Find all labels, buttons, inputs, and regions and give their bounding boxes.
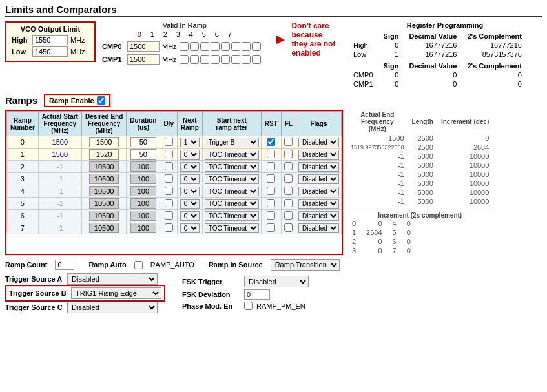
cmp0-cb7[interactable] [252,42,261,51]
cmp1-cb2[interactable] [200,55,209,64]
cmp0-cb3[interactable] [211,42,220,51]
vco-box: VCO Output Limit High MHz Low MHz [5,21,96,62]
cmp0-cb0[interactable] [180,42,189,51]
ramp-0-dly-cb[interactable] [165,138,173,146]
ramp-7-fl[interactable] [284,223,293,232]
ramp-3-dur-input[interactable] [130,174,156,184]
ramp-6-flags[interactable]: Disabled [298,211,339,221]
fsk-deviation-input[interactable] [244,289,270,300]
ramp-3-desired-input[interactable] [89,174,119,184]
reg-high-complement: 16777216 [462,41,527,50]
trigger-c-select[interactable]: Disabled TRIG0 Rising Edge TRIG1 Rising … [67,302,158,313]
ramp-2-fl[interactable] [284,162,293,170]
cmp1-cb6[interactable] [242,55,251,64]
ramp-0-duration-input[interactable] [130,137,156,147]
ramp-6-fl[interactable] [284,211,293,220]
cmp0-cb4[interactable] [221,42,230,51]
ramp-2-start[interactable]: TOC Timeout [205,162,259,172]
cmp0-cb5[interactable] [231,42,240,51]
trigger-a-select[interactable]: Disabled TRIG0 Rising Edge TRIG1 Rising … [67,273,158,285]
ramp-2-desired-input[interactable] [89,161,119,172]
ramp-5-start[interactable]: TOC Timeout [205,199,259,209]
ramp-0-next-select[interactable]: 102 [180,138,200,147]
ramp-4-next[interactable]: 0 [180,187,200,196]
ramp-auto-checkbox[interactable] [134,261,143,269]
cmp1-cb1[interactable] [190,55,199,64]
ramp-1-dly-cb[interactable] [165,150,173,158]
ramp-1-duration [127,149,160,161]
ramp-3-flags[interactable]: Disabled [298,174,339,184]
fsk-phase-checkbox[interactable] [244,302,253,310]
ramp-2-rst[interactable] [267,162,275,170]
ramp-2-dur-input[interactable] [130,161,156,172]
ramp-in-source-select[interactable]: Ramp Transition Disabled FSK [271,259,340,271]
trigger-b-select[interactable]: TRIG1 Rising Edge Disabled TRIG0 Rising … [71,287,161,299]
ramp-5-fl[interactable] [284,199,293,207]
cmp0-cb2[interactable] [200,42,209,51]
ramp-1-fl-cb[interactable] [284,150,293,158]
ramp-3-start[interactable]: TOC Timeout [205,174,259,184]
ramp-5-next[interactable]: 0 [180,199,200,209]
ramp-4-fl[interactable] [284,187,293,195]
col-dly: Dly [160,112,178,136]
ramp-2-next[interactable]: 0 [180,162,200,172]
ramp-5-dur-input[interactable] [130,198,156,209]
ramp-enable-checkbox[interactable] [97,96,105,105]
ramp-7-start[interactable]: TOC Timeout [205,223,259,233]
ramp-5-dly-cb[interactable] [165,199,173,207]
ramp-5-desired-input[interactable] [89,198,119,209]
ramp-7-dly-cb[interactable] [165,223,173,232]
ramp-1-flags-select[interactable]: Disabled [298,150,339,160]
right-length-header: Length [408,110,437,134]
ramp-0-flags-select[interactable]: Disabled [298,138,339,147]
ramp-4-desired-input[interactable] [89,186,119,196]
ramp-6-desired-input[interactable] [89,211,119,221]
cmp0-cb6[interactable] [242,42,251,51]
ramp-3-dly-cb[interactable] [165,174,173,183]
ramp-1-start-select[interactable]: TOC TimeoutTrigger B [205,150,259,160]
cmp1-cb4[interactable] [221,55,230,64]
ramp-6-dly-cb[interactable] [165,211,173,220]
ramp-3-next[interactable]: 0 [180,174,200,184]
ramp-0-rst-cb[interactable] [267,138,275,146]
ramp-7-next[interactable]: 0 [180,223,200,233]
cmp0-input[interactable] [127,41,160,52]
ramp-4-flags[interactable]: Disabled [298,187,339,196]
vco-low-input[interactable] [32,46,68,57]
ramp-7-dur-input[interactable] [130,223,156,233]
ramp-3-fl[interactable] [284,174,293,183]
cmp1-input[interactable] [127,54,160,65]
ramp-1-desired-input[interactable] [89,149,119,160]
fsk-trigger-select[interactable]: Disabled Enabled [244,276,309,287]
ramp-1-rst-cb[interactable] [267,150,275,158]
ramp-2-dly-cb[interactable] [165,162,173,170]
ramp-5-flags[interactable]: Disabled [298,199,339,209]
ramp-1-next-select[interactable]: 01 [180,150,200,160]
ramp-7-rst[interactable] [267,223,275,232]
ramp-1-duration-input[interactable] [130,149,156,160]
ramp-6-dur-input[interactable] [130,211,156,221]
ramp-0-start-select[interactable]: Trigger BTOC Timeout [205,138,259,147]
cmp1-cb5[interactable] [231,55,240,64]
ramp-4-dur-input[interactable] [130,186,156,196]
vco-high-input[interactable] [32,35,68,45]
ramp-0-desired-input[interactable] [89,137,119,147]
ramp-6-start[interactable]: TOC Timeout [205,211,259,221]
ramp-4-start[interactable]: TOC Timeout [205,187,259,196]
ramp-7-desired-input[interactable] [89,223,119,233]
ramp-5-rst[interactable] [267,199,275,207]
ramp-2-flags[interactable]: Disabled [298,162,339,172]
ramp-3-rst[interactable] [267,174,275,183]
ramp-7-flags[interactable]: Disabled [298,223,339,233]
ramp-6-rst[interactable] [267,211,275,220]
ramp-count-input[interactable] [55,260,74,270]
cmp1-unit: MHz [162,56,177,63]
ramp-0-fl-cb[interactable] [284,138,293,146]
cmp0-cb1[interactable] [190,42,199,51]
ramp-4-rst[interactable] [267,187,275,195]
ramp-6-next[interactable]: 0 [180,211,200,221]
cmp1-cb3[interactable] [211,55,220,64]
ramp-4-dly-cb[interactable] [165,187,173,195]
cmp1-cb0[interactable] [180,55,189,64]
cmp1-cb7[interactable] [252,55,261,64]
